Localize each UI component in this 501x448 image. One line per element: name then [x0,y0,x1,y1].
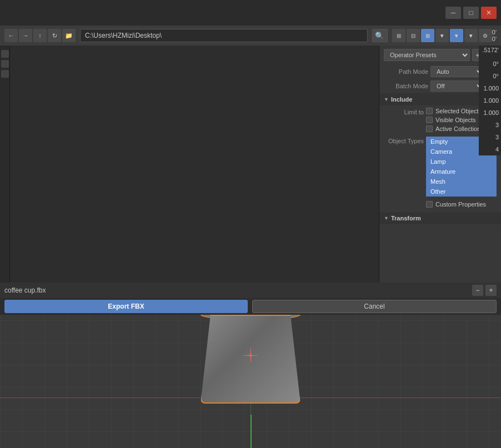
checkbox-row-active: Active Collection [426,125,482,132]
view-dropdown-button[interactable]: ▼ [435,29,449,42]
filename-input[interactable] [4,286,472,294]
visible-objects-checkbox[interactable] [426,117,433,123]
refresh-button[interactable]: ↻ [48,29,61,42]
coord-values: 0' 0' [492,29,497,42]
checkbox-row-selected: Selected Objects [426,108,482,114]
include-label: Include [391,96,413,103]
batch-mode-label: Batch Mode [384,83,428,89]
obj-type-mesh[interactable]: Mesh [426,177,497,187]
active-collection-label: Active Collection [435,125,480,132]
selected-objects-checkbox[interactable] [426,108,433,114]
view-list-button[interactable]: ⊞ [392,29,405,42]
action-bar: Export FBX Cancel [0,298,501,315]
custom-properties-label: Custom Properties [435,201,486,208]
sidebar-icon-3[interactable] [1,70,9,78]
crosshair-center [249,354,252,357]
decimal-value: .5172' [480,46,501,54]
include-chevron-icon: ▼ [384,97,389,102]
limit-checkboxes: Selected Objects Visible Objects Active … [426,108,482,132]
r-val-6: 3 [479,119,501,131]
view-grid-button[interactable]: ⊟ [407,29,420,42]
r-val-8: 4 [479,143,501,155]
address-bar[interactable] [80,29,368,42]
visible-objects-label: Visible Objects [435,117,476,123]
view-large-button[interactable]: ⊠ [421,29,434,42]
up-button[interactable]: ↑ [33,29,47,42]
value-1: 0' [492,29,497,36]
sidebar-icon-1[interactable] [1,50,9,58]
filename-bar: − + [0,283,501,298]
forward-button[interactable]: → [19,29,32,42]
transform-label: Transform [391,215,421,222]
right-values-panel: 0° 0° 0° 1.000 1.000 1.000 3 3 4 [479,46,501,155]
nav-buttons: ← → ↑ ↻ 📁 [4,29,76,42]
batch-mode-dropdown[interactable]: Off [430,80,484,92]
search-button[interactable]: 🔍 [372,29,388,42]
r-val-3: 1.000 [479,82,501,94]
maximize-button[interactable]: □ [463,7,479,19]
filename-minus-button[interactable]: − [472,285,483,296]
r-val-4: 1.000 [479,94,501,107]
filename-plus-button[interactable]: + [485,285,497,296]
cancel-button[interactable]: Cancel [252,300,497,313]
obj-type-armature[interactable]: Armature [426,167,497,177]
r-val-7: 3 [479,131,501,143]
value-2: 0' [492,36,497,42]
custom-properties-row: Custom Properties [379,199,501,210]
checkbox-row-visible: Visible Objects [426,117,482,123]
object-types-label: Object Types [384,137,424,144]
nav-bar: ← → ↑ ↻ 📁 🔍 ⊞ ⊟ ⊠ ▼ ▼ ▼ ⚙ 0' 0' [0,26,501,46]
obj-type-other[interactable]: Other [426,187,497,197]
green-axis-indicator [250,415,252,448]
r-val-2: 0° [479,70,501,82]
minimize-button[interactable]: ─ [445,7,461,19]
crosshair [244,349,257,362]
viewport [0,298,501,448]
limit-to-label: Limit to [384,108,424,115]
back-button[interactable]: ← [4,29,18,42]
close-button[interactable]: ✕ [481,7,497,19]
r-val-1: 0° [479,58,501,70]
r-val-5: 1.000 [479,107,501,119]
obj-type-lamp[interactable]: Lamp [426,157,497,167]
title-bar: ─ □ ✕ [0,0,501,26]
new-folder-button[interactable]: 📁 [62,29,76,42]
filter-button[interactable]: ▼ [450,29,463,42]
path-mode-label: Path Mode [384,68,428,75]
path-mode-dropdown[interactable]: Auto [430,66,484,77]
filter-options-button[interactable]: ▼ [464,29,478,42]
transform-chevron-icon: ▼ [384,215,389,221]
view-toolbar: ⊞ ⊟ ⊠ ▼ ▼ ▼ ⚙ [392,29,492,42]
sidebar-icon-2[interactable] [1,60,9,68]
custom-properties-checkbox[interactable] [426,201,433,208]
active-collection-checkbox[interactable] [426,125,433,132]
settings-button[interactable]: ⚙ [479,29,492,42]
export-fbx-button[interactable]: Export FBX [4,300,248,313]
operator-presets-dropdown[interactable]: Operator Presets [384,49,470,61]
transform-section-header[interactable]: ▼ Transform [379,212,501,224]
selected-objects-label: Selected Objects [435,108,482,114]
filename-actions: − + [472,285,497,296]
